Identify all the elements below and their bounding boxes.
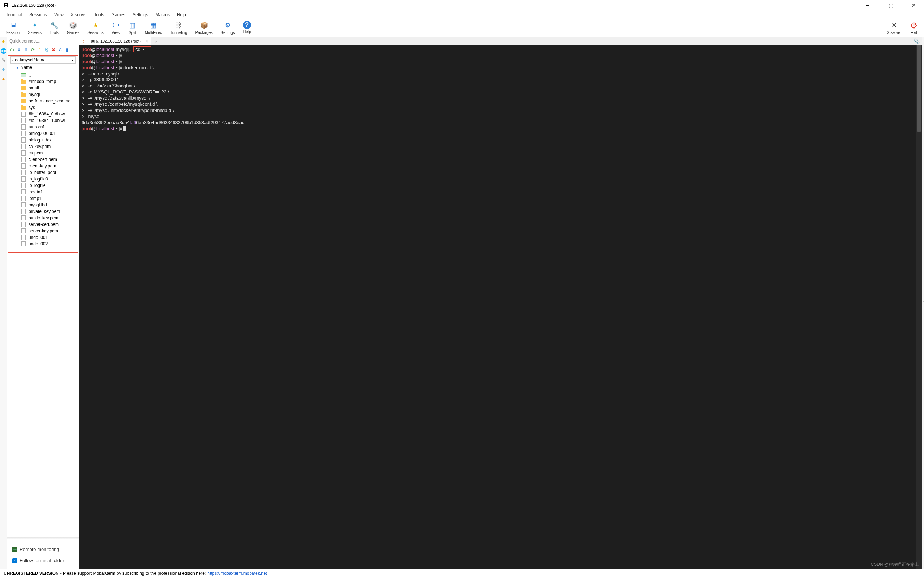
menu-games[interactable]: Games <box>108 11 129 18</box>
multiexec-icon: ▦ <box>149 21 158 30</box>
tree-item[interactable]: ib_buffer_pool <box>8 169 78 176</box>
minimize-button[interactable]: ─ <box>861 3 875 8</box>
tree-item[interactable]: undo_002 <box>8 241 78 247</box>
toolbar-x server[interactable]: ✕X server <box>883 20 905 35</box>
text-icon[interactable]: A <box>57 47 63 53</box>
menu-view[interactable]: View <box>50 11 67 18</box>
toolbar-games[interactable]: 🎲Games <box>63 20 83 35</box>
more-icon[interactable]: ⋮ <box>71 47 77 53</box>
status-link[interactable]: https://mobaxterm.mobatek.net <box>207 571 267 576</box>
create-folder-icon[interactable]: 🗀 <box>37 47 43 53</box>
delete-icon[interactable]: ✖ <box>50 47 57 53</box>
tree-item[interactable]: ca.pem <box>8 150 78 156</box>
tree-item-label: #innodb_temp <box>29 79 56 84</box>
tree-item-label: client-key.pem <box>29 163 56 169</box>
tree-item[interactable]: ibdata1 <box>8 189 78 195</box>
menu-x-server[interactable]: X server <box>67 11 90 18</box>
tree-item[interactable]: #ib_16384_1.dblwr <box>8 117 78 124</box>
toolbar-packages[interactable]: 📦Packages <box>191 20 216 35</box>
toolbar-view[interactable]: 🖵View <box>108 20 124 35</box>
toolbar-split[interactable]: ▥Split <box>124 20 141 35</box>
tools-icon[interactable]: ✎ <box>2 57 6 63</box>
tree-item[interactable]: .. <box>8 72 78 78</box>
right-drag-handle[interactable] <box>922 37 924 569</box>
remote-monitoring-label: Remote monitoring <box>19 547 59 552</box>
checkbox-checked-icon[interactable]: ✓ <box>12 558 17 563</box>
toolbar-sessions[interactable]: ★Sessions <box>84 20 107 35</box>
tree-item[interactable]: client-key.pem <box>8 163 78 169</box>
tree-item[interactable]: client-cert.pem <box>8 156 78 163</box>
tree-header[interactable]: ▼ Name <box>8 64 78 71</box>
tree-item[interactable]: performance_schema <box>8 98 78 104</box>
toolbar-exit[interactable]: ⏻Exit <box>906 20 922 35</box>
tree-item[interactable]: #innodb_temp <box>8 78 78 85</box>
tree-item-label: ib_buffer_pool <box>29 170 56 175</box>
menu-help[interactable]: Help <box>173 11 189 18</box>
maximize-button[interactable]: ▢ <box>884 3 898 8</box>
toolbar-help[interactable]: ?Help <box>239 20 255 35</box>
tree-item[interactable]: ib_logfile0 <box>8 176 78 182</box>
tree-item[interactable]: #ib_16384_0.dblwr <box>8 111 78 117</box>
toolbar-servers[interactable]: ✦Servers <box>24 20 45 35</box>
copy-icon[interactable]: ⎘ <box>44 47 50 53</box>
quick-connect-input[interactable]: Quick connect... <box>7 37 79 45</box>
globe-icon[interactable]: 🌐 <box>0 48 6 54</box>
tree-item-label: hmall <box>29 85 39 90</box>
terminal-scrollbar[interactable] <box>916 45 922 569</box>
tree-item[interactable]: mysql <box>8 91 78 98</box>
tree-item[interactable]: auto.cnf <box>8 124 78 130</box>
tree-item[interactable]: ibtmp1 <box>8 195 78 202</box>
tree-item[interactable]: hmall <box>8 85 78 91</box>
file-icon <box>21 222 26 227</box>
menu-terminal[interactable]: Terminal <box>2 11 26 18</box>
menu-macros[interactable]: Macros <box>152 11 173 18</box>
remote-monitoring-row[interactable]: 〰 Remote monitoring <box>11 544 76 555</box>
toolbar-tunneling[interactable]: ⛓Tunneling <box>166 20 191 35</box>
menu-tools[interactable]: Tools <box>90 11 108 18</box>
tab-title: 6. 192.168.150.128 (root) <box>96 39 141 43</box>
follow-terminal-row[interactable]: ✓ Follow terminal folder <box>11 555 76 566</box>
paperclip-icon[interactable]: 📎 <box>914 38 920 44</box>
download-icon[interactable]: ⬇ <box>16 47 22 53</box>
session-tab[interactable]: ▣ 6. 192.168.150.128 (root) × <box>88 37 151 45</box>
dot-icon[interactable]: ● <box>2 76 5 82</box>
send-icon[interactable]: ✈ <box>2 67 6 73</box>
tree-item[interactable]: undo_001 <box>8 234 78 241</box>
toolbar-session[interactable]: 🖥Session <box>2 20 23 35</box>
tree-item[interactable]: server-cert.pem <box>8 221 78 228</box>
exit-icon: ⏻ <box>909 21 918 30</box>
tab-add-icon[interactable]: ⊕ <box>151 39 160 43</box>
tab-close-icon[interactable]: × <box>145 38 148 44</box>
close-button[interactable]: ✕ <box>907 3 921 8</box>
tree-item[interactable]: sys <box>8 104 78 111</box>
tree-item[interactable]: binlog.000001 <box>8 130 78 137</box>
refresh-icon[interactable]: ⟳ <box>30 47 36 53</box>
upload-icon[interactable]: ⬆ <box>23 47 29 53</box>
path-input[interactable] <box>10 56 69 63</box>
menu-sessions[interactable]: Sessions <box>26 11 50 18</box>
toolbar: 🖥Session✦Servers🔧Tools🎲Games★Sessions🖵Vi… <box>0 19 924 37</box>
star-icon[interactable]: ★ <box>1 39 6 44</box>
menu-settings[interactable]: Settings <box>129 11 152 18</box>
tree-item[interactable]: mysql.ibd <box>8 202 78 208</box>
path-dropdown-icon[interactable]: ▾ <box>69 56 76 63</box>
file-icon <box>21 157 26 162</box>
toolbar-tools[interactable]: 🔧Tools <box>46 20 63 35</box>
tree-item[interactable]: public_key.pem <box>8 215 78 221</box>
watermark-text: CSDN @程序喵正在路上 <box>871 561 919 567</box>
phone-icon[interactable]: ▮ <box>64 47 70 53</box>
toolbar-settings[interactable]: ⚙Settings <box>217 20 239 35</box>
tree-item[interactable]: binlog.index <box>8 137 78 143</box>
tools-icon: 🔧 <box>50 21 58 30</box>
tree-item[interactable]: server-key.pem <box>8 228 78 234</box>
tree-item-label: .. <box>29 73 31 77</box>
file-icon <box>21 137 26 143</box>
home-tab[interactable]: ⌂ <box>79 37 88 45</box>
tree-item[interactable]: ib_logfile1 <box>8 182 78 189</box>
file-icon <box>21 124 26 129</box>
tree-item[interactable]: private_key.pem <box>8 208 78 215</box>
new-folder-icon[interactable]: 🗀 <box>10 47 15 53</box>
tree-item[interactable]: ca-key.pem <box>8 143 78 150</box>
toolbar-multiexec[interactable]: ▦MultiExec <box>141 20 166 35</box>
terminal-output[interactable]: [root@localhost mysql]# cd ~[root@localh… <box>79 45 922 569</box>
